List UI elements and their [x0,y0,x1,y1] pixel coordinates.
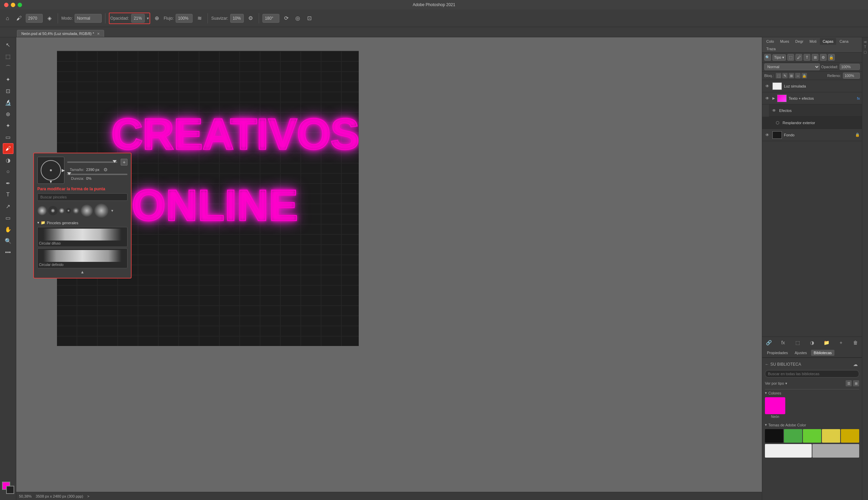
flow-icon[interactable]: ≋ [195,14,204,23]
panel-arrange-btn-3[interactable]: ▢ [864,50,867,54]
tab-bibliotecas[interactable]: Bibliotecas [811,350,834,356]
layer-icon-btn-4[interactable]: ⊞ [812,54,819,61]
tab-degradado[interactable]: Degr [793,38,806,45]
selection-rect-btn[interactable]: ⬚ [3,51,14,62]
layer-icon-btn-6[interactable]: 🔒 [828,54,835,61]
layer-icon-btn-3[interactable]: T [803,54,810,61]
dodge-btn[interactable]: ○ [3,166,14,177]
spot-heal-btn[interactable]: ⊛ [3,109,14,120]
adobe-color-yellow1[interactable] [822,429,840,443]
layer-resplandor[interactable]: ⬡ Resplandor exterior [762,117,862,129]
zoom-btn[interactable]: 🔍 [3,236,14,246]
brush-preset-5[interactable] [72,207,79,214]
magic-wand-btn[interactable]: ✦ [3,74,14,85]
panel-arrange-btn-1[interactable]: ≪ [864,40,867,44]
layer-eye-1[interactable]: 👁 [764,83,770,89]
bloq-pixel-icon[interactable]: ⬚ [776,73,781,78]
minimize-button[interactable] [11,3,15,7]
add-mask-btn[interactable]: ⬚ [794,339,801,346]
brush-preset-7[interactable] [94,204,108,218]
angle-icon[interactable]: ⟳ [281,14,291,23]
pressure-icon[interactable]: ◎ [293,14,302,23]
lib-search-input[interactable] [765,370,859,377]
brush-preset-3[interactable] [59,208,65,213]
presets-more-icon[interactable]: ▾ [111,208,113,213]
brush-preset-1[interactable] [37,206,47,215]
brush-preset-2[interactable] [48,206,58,215]
brush-settings-icon[interactable]: ◈ [45,14,54,23]
shapes-btn[interactable]: ▭ [3,212,14,223]
clone-stamp-btn[interactable]: ✦ [3,120,14,131]
brush-preset-4[interactable] [66,208,71,213]
link-layers-btn[interactable]: 🔗 [765,339,772,346]
lib-cloud-icon[interactable]: ☁ [852,361,859,368]
layer-luz-simulada[interactable]: 👁 Luz simulada [762,80,862,92]
lib-colors-section[interactable]: ▾ Colores [765,391,859,395]
tab-propiedades[interactable]: Propiedades [764,350,791,356]
lib-grid-view-icon[interactable]: ⊞ [853,380,859,386]
layer-icon-btn-1[interactable]: ⬚ [787,54,794,61]
doc-tab[interactable]: Neón.psd al 50,4% (Luz simulada, RGB/8) … [17,30,104,37]
extra-icon[interactable]: ⊡ [304,14,314,23]
bloq-pos-icon[interactable]: ✎ [782,73,788,78]
home-icon[interactable]: ⌂ [3,14,12,23]
brush-gear-icon[interactable]: ⚙ [103,167,108,172]
crop-btn[interactable]: ⊡ [3,86,14,96]
lib-color-neon[interactable]: Neón [765,397,785,419]
close-button[interactable] [4,3,9,7]
layer-fondo[interactable]: 👁 Fondo 🔒 [762,129,862,141]
pen-btn[interactable]: ✒ [3,178,14,189]
smooth-value[interactable]: 10% [230,14,244,23]
airbrush-icon[interactable]: ⊕ [152,14,162,23]
brush-item-2[interactable]: Circular definido [37,248,127,268]
smooth-settings-icon[interactable]: ⚙ [246,14,255,23]
layer-eye-4[interactable]: ⬡ [774,120,780,126]
adobe-section-title[interactable]: ▾ Temas de Adobe Color [765,423,859,427]
nav-arrow[interactable]: > [87,494,89,498]
lib-back-btn[interactable]: ← SU BIBLIOTECA [765,362,801,367]
layer-texto-efectos[interactable]: 👁 ▶ Texto + efectos fx [762,92,862,104]
add-btn[interactable]: + [121,159,127,166]
background-color-swatch[interactable] [6,486,14,494]
adobe-color-black[interactable] [765,429,783,443]
layer-eye-2[interactable]: 👁 [764,95,770,101]
layer-eye-3[interactable]: 👁 [771,107,777,114]
layer-icon-btn-5[interactable]: ⚙ [820,54,826,61]
add-group-btn[interactable]: 📁 [823,339,830,346]
opacity-value[interactable]: 21% [131,14,145,23]
opacity-field[interactable] [840,64,860,70]
bloq-artboard-icon[interactable]: ⊞ [789,73,794,78]
tab-canales[interactable]: Cana [837,38,851,45]
brush-search-input[interactable] [37,193,127,201]
brush-size-value[interactable]: 2970 [26,14,43,23]
layer-expand-2[interactable]: ▶ [772,96,775,100]
add-adjustment-btn[interactable]: ◑ [808,339,816,346]
tab-muestras[interactable]: Mues [777,38,792,45]
path-select-btn[interactable]: ↗ [3,201,14,212]
layers-type-dropdown[interactable]: Tipo ▾ [772,54,786,61]
delete-layer-btn[interactable]: 🗑 [852,339,859,346]
lib-view-label[interactable]: Ver por tipo ▾ [765,381,787,386]
eyedropper-btn[interactable]: 🔬 [3,97,14,108]
brush-tool-icon[interactable]: 🖌 [14,14,24,23]
relleno-field[interactable] [843,72,860,79]
brush-preset-6[interactable] [81,205,93,217]
blur-btn[interactable]: ◑ [3,155,14,166]
layer-eye-5[interactable]: 👁 [764,132,770,138]
brush-category-header[interactable]: ▾ 📁 Pinceles generales [37,220,127,225]
new-layer-btn[interactable]: + [837,339,845,346]
canvas-area[interactable]: Modifica la opacidad CREATIVOS ONLINE [16,37,762,500]
layer-efectos[interactable]: 👁 Efectos [769,104,862,117]
brush-item-1[interactable]: Circular difuso [37,227,127,247]
bloq-lock-icon[interactable]: 🔒 [801,73,807,78]
tab-motivos[interactable]: Moti [807,38,819,45]
brush-tool-btn[interactable]: 🖌 [3,143,14,154]
lasso-btn[interactable]: ⌒ [3,62,14,73]
move-tool-btn[interactable]: ↖ [3,39,14,50]
tab-trazados[interactable]: Traza [764,45,778,52]
tab-color[interactable]: Colo [764,38,777,45]
flow-value[interactable]: 100% [176,14,193,23]
text-btn[interactable]: T [3,189,14,200]
adobe-color-green2[interactable] [803,429,821,443]
adobe-color-white[interactable] [765,444,812,458]
